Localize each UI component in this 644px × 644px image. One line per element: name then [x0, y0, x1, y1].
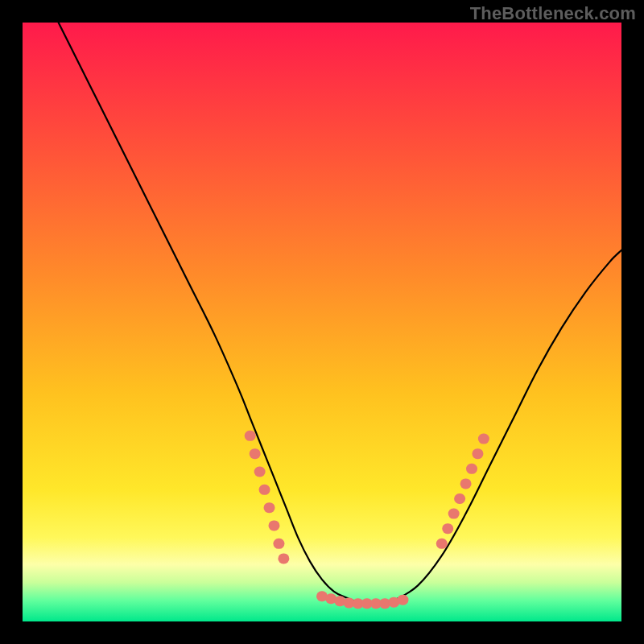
data-marker: [278, 553, 289, 564]
data-marker: [460, 478, 472, 489]
watermark-label: TheBottleneck.com: [470, 3, 636, 24]
data-marker: [454, 493, 465, 504]
data-marker: [250, 448, 261, 459]
gradient-background: [23, 23, 621, 621]
data-marker: [268, 520, 279, 530]
data-marker: [472, 448, 483, 459]
data-marker: [478, 434, 489, 444]
data-marker: [245, 431, 256, 441]
chart-plot-area: [23, 23, 621, 621]
data-marker: [442, 523, 453, 534]
chart-frame: TheBottleneck.com: [0, 0, 644, 644]
data-marker: [264, 502, 275, 513]
data-marker: [259, 485, 270, 495]
data-marker: [397, 595, 408, 605]
data-marker: [273, 539, 284, 549]
data-marker: [448, 509, 460, 519]
bottleneck-chart: [23, 23, 621, 621]
data-marker: [466, 464, 477, 474]
data-marker: [436, 539, 448, 549]
data-marker: [254, 467, 266, 477]
